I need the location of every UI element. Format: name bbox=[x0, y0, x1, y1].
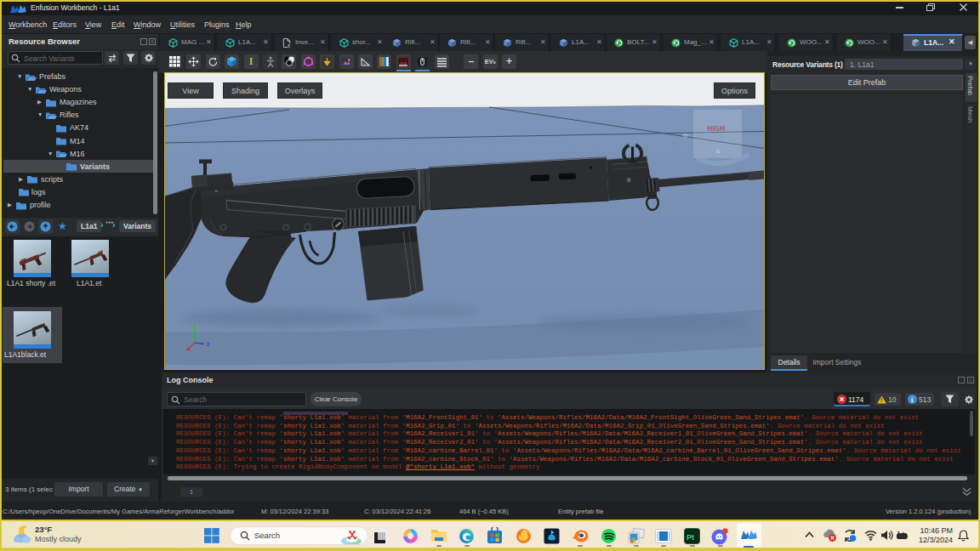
svg-text:HIGH: HIGH bbox=[707, 124, 725, 133]
svg-text:≡: ≡ bbox=[716, 148, 721, 156]
svg-text:!: ! bbox=[880, 397, 882, 403]
svg-text:Pt: Pt bbox=[687, 533, 694, 542]
